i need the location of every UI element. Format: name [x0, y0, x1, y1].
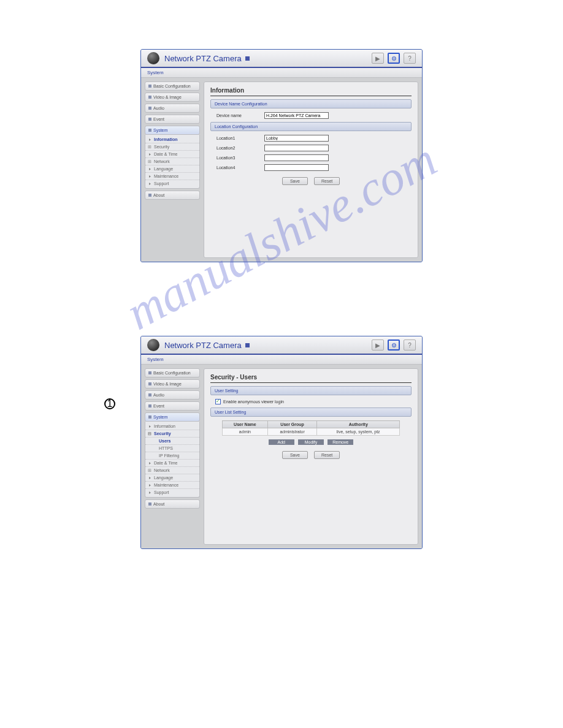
modify-button[interactable]: Modify	[298, 439, 324, 445]
subnav-maintenance[interactable]: Maintenance	[145, 482, 199, 489]
loc3-label: Location3	[216, 156, 264, 160]
subnav-datetime[interactable]: Date & Time	[145, 460, 199, 467]
setup-icon[interactable]: ⚙	[388, 53, 400, 64]
nav-basic[interactable]: Basic Configuration	[145, 368, 200, 377]
reset-button[interactable]: Reset	[314, 451, 340, 459]
loc1-label: Location1	[216, 136, 264, 140]
screenshot-information: Network PTZ Camera ▶ ⚙ ? System Basic Co…	[140, 49, 423, 262]
subnav-https[interactable]: HTTPS	[145, 445, 199, 452]
subnav-security[interactable]: ⊞Security	[145, 143, 199, 151]
main-panel: Security - Users User Setting Enable ano…	[204, 368, 418, 545]
section-user-list: User List Setting	[210, 408, 412, 417]
subnav-maintenance[interactable]: Maintenance	[145, 173, 199, 180]
loc2-label: Location2	[216, 146, 264, 150]
nav-video[interactable]: Video & Image	[145, 379, 200, 389]
subnav-users[interactable]: Users	[145, 438, 199, 445]
help-icon[interactable]: ?	[404, 339, 416, 351]
camera-icon	[147, 52, 159, 64]
subnav-support[interactable]: Support	[145, 489, 199, 496]
sidebar: Basic Configuration Video & Image Audio …	[145, 368, 200, 545]
cell-username: admin	[223, 428, 268, 436]
th-usergroup: User Group	[267, 421, 317, 428]
table-row[interactable]: admin administrator live, setup, system,…	[223, 428, 400, 436]
header-bar: Network PTZ Camera ▶ ⚙ ?	[141, 336, 422, 355]
breadcrumb: System	[141, 355, 422, 365]
save-button[interactable]: Save	[282, 451, 308, 459]
section-location: Location Configuration	[210, 122, 412, 131]
cell-authority: live, setup, system, ptz	[317, 428, 400, 436]
nav-basic[interactable]: Basic Configuration	[145, 82, 200, 91]
title-mark-icon	[245, 56, 250, 61]
nav-about[interactable]: About	[145, 499, 200, 509]
th-username: User Name	[223, 421, 268, 428]
app-title: Network PTZ Camera	[164, 54, 242, 63]
loc2-input[interactable]	[264, 145, 329, 151]
title-mark-icon	[245, 343, 250, 347]
screenshot-security-users: Network PTZ Camera ▶ ⚙ ? System Basic Co…	[140, 336, 423, 549]
nav-event[interactable]: Event	[145, 401, 200, 411]
app-title: Network PTZ Camera	[164, 341, 242, 350]
header-bar: Network PTZ Camera ▶ ⚙ ?	[141, 50, 422, 68]
page-heading: Information	[210, 87, 412, 94]
subnav-information[interactable]: Information	[145, 136, 199, 143]
system-subtree: Information ⊞Security Date & Time ⊞Netwo…	[145, 135, 200, 189]
nav-audio[interactable]: Audio	[145, 104, 200, 113]
breadcrumb: System	[141, 68, 422, 78]
devname-label: Device name	[216, 113, 264, 118]
subnav-support[interactable]: Support	[145, 180, 199, 187]
nav-audio[interactable]: Audio	[145, 390, 200, 400]
loc4-label: Location4	[216, 165, 264, 170]
subnav-language[interactable]: Language	[145, 474, 199, 482]
loc1-input[interactable]	[264, 135, 329, 142]
add-button[interactable]: Add	[269, 439, 294, 445]
reset-button[interactable]: Reset	[314, 177, 340, 185]
section-number: 1	[104, 398, 115, 409]
save-button[interactable]: Save	[282, 177, 308, 185]
th-authority: Authority	[317, 421, 400, 428]
nav-system[interactable]: System	[145, 412, 200, 422]
sidebar: Basic Configuration Video & Image Audio …	[145, 82, 200, 258]
anon-login-checkbox[interactable]	[215, 399, 221, 404]
subnav-information[interactable]: Information	[145, 423, 199, 430]
main-panel: Information Device Name Configuration De…	[204, 82, 418, 258]
live-icon[interactable]: ▶	[372, 53, 384, 64]
system-subtree: Information ⊟Security Users HTTPS IP Fil…	[145, 422, 200, 498]
anon-login-label: Enable anonymous viewer login	[223, 400, 284, 404]
devname-input[interactable]	[264, 112, 329, 119]
nav-event[interactable]: Event	[145, 115, 200, 124]
subnav-language[interactable]: Language	[145, 165, 199, 173]
live-icon[interactable]: ▶	[372, 339, 384, 351]
remove-button[interactable]: Remove	[327, 439, 353, 445]
subnav-network[interactable]: ⊞Network	[145, 467, 199, 474]
loc4-input[interactable]	[264, 164, 329, 171]
section-devname: Device Name Configuration	[210, 99, 412, 108]
page-heading: Security - Users	[210, 374, 412, 381]
nav-about[interactable]: About	[145, 191, 200, 200]
nav-system[interactable]: System	[145, 126, 200, 135]
nav-video[interactable]: Video & Image	[145, 93, 200, 102]
subnav-datetime[interactable]: Date & Time	[145, 151, 199, 158]
subnav-ipfilter[interactable]: IP Filtering	[145, 452, 199, 460]
loc3-input[interactable]	[264, 154, 329, 161]
user-table: User Name User Group Authority admin adm…	[222, 420, 400, 436]
setup-icon[interactable]: ⚙	[388, 339, 400, 351]
camera-icon	[147, 339, 159, 351]
section-user-setting: User Setting	[210, 386, 412, 395]
cell-usergroup: administrator	[267, 428, 317, 436]
subnav-security[interactable]: ⊟Security	[145, 430, 199, 438]
subnav-network[interactable]: ⊞Network	[145, 158, 199, 165]
help-icon[interactable]: ?	[404, 53, 416, 64]
